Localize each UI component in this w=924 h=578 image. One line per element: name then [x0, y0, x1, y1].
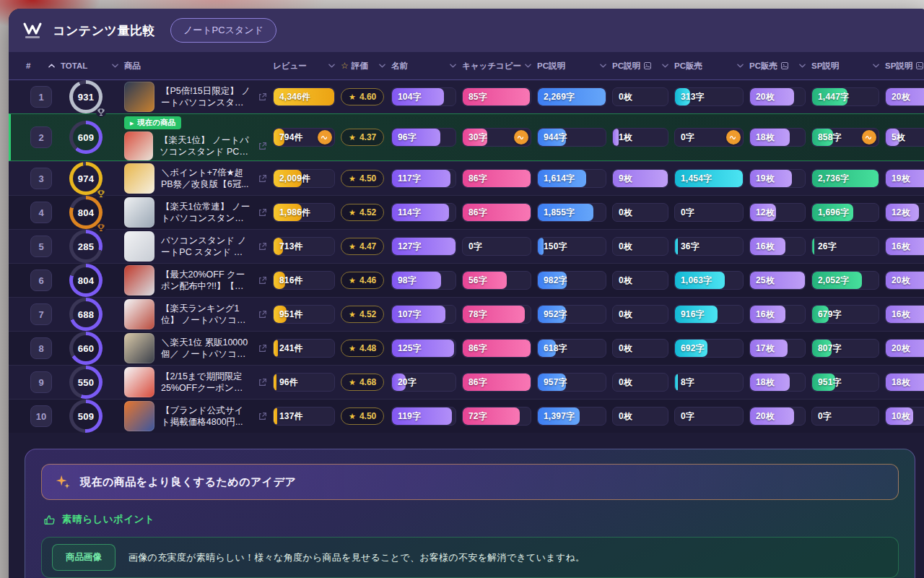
table-row[interactable]: 1931【P5倍!15日限定】 ノートパソコンスタン...4,346件★4.60…	[9, 80, 924, 113]
bar-value: 16枚	[886, 309, 910, 321]
sort-caret-down-icon[interactable]	[662, 64, 668, 68]
sort-caret-down-icon[interactable]	[737, 64, 744, 68]
column-header-pc_sales_img[interactable]: PC販売	[749, 61, 806, 72]
bar-value: 150字	[538, 241, 567, 253]
external-link-icon[interactable]	[258, 208, 267, 217]
sort-caret-down-icon[interactable]	[873, 64, 879, 68]
sort-caret-down-icon[interactable]	[799, 64, 806, 68]
bar-value: 2,269字	[538, 91, 575, 103]
rating-value: 4.37	[359, 132, 376, 142]
table-row[interactable]: 2609▶現在の商品【楽天1位】 ノートパソコンスタンド PCス...794件★…	[9, 113, 924, 161]
total-score-value: 804	[78, 275, 94, 286]
external-link-icon[interactable]	[258, 142, 267, 151]
external-link-icon[interactable]	[258, 276, 267, 285]
external-link-icon[interactable]	[258, 310, 267, 319]
bar-value: 0枚	[613, 410, 632, 423]
table-row[interactable]: 4804【楽天1位常連】 ノートパソコンスタンド パ...1,986件★4.52…	[9, 195, 924, 229]
w-logo-icon	[23, 22, 42, 35]
catch-bar: 86字	[462, 373, 531, 392]
sp_desc-bar: 2,052字	[811, 271, 879, 290]
sort-caret-up-icon[interactable]	[48, 64, 55, 68]
keyword-badge[interactable]: ノートPCスタンド	[170, 18, 276, 43]
column-header-pc_sales[interactable]: PC販売	[674, 61, 744, 72]
star-icon: ★	[349, 208, 356, 217]
product-thumbnail	[124, 401, 154, 431]
column-header-product[interactable]: 商品	[124, 61, 267, 72]
total-score-ring: 285	[69, 230, 103, 263]
total-score-value: 509	[78, 411, 94, 422]
table-row[interactable]: 7688【楽天ランキング1位】 ノートパソコン スタ...951件★4.5210…	[9, 297, 924, 331]
catch-bar: 30字	[462, 128, 531, 147]
bar-value: 0枚	[613, 342, 632, 355]
sp_desc_img-bar: 19枚	[885, 169, 924, 188]
pc_sales_img-bar: 18枚	[749, 373, 806, 392]
name-bar: 107字	[391, 305, 456, 324]
sp_desc_img-bar: 16枚	[885, 237, 924, 256]
sp_desc-bar: 807字	[811, 339, 879, 358]
bar-value: 807字	[812, 342, 842, 355]
column-header-name[interactable]: 名前	[391, 61, 456, 72]
column-header-rating[interactable]: ☆評価	[341, 61, 385, 72]
bar-value: 12枚	[750, 207, 775, 219]
sort-caret-down-icon[interactable]	[525, 64, 531, 68]
rating-value: 4.46	[359, 275, 376, 285]
product-title: 【ブランド公式サイト掲載価格4800円...	[161, 405, 251, 428]
bar-value: 2,009件	[274, 173, 310, 185]
column-header-rank[interactable]: #	[26, 61, 55, 70]
external-link-icon[interactable]	[258, 344, 267, 353]
bar-value: 30字	[463, 131, 487, 144]
bar-value: 86字	[463, 342, 487, 355]
pc_desc-bar: 982字	[537, 271, 606, 290]
product-title: 【楽天1位】 ノートパソコンスタンド PCス...	[160, 134, 251, 158]
external-link-icon[interactable]	[258, 92, 267, 102]
total-score-value: 974	[78, 173, 94, 184]
name-bar: 119字	[391, 407, 456, 426]
bar-value: 25枚	[750, 275, 775, 287]
column-header-review[interactable]: レビュー	[273, 61, 335, 72]
external-link-icon[interactable]	[258, 412, 267, 421]
sort-caret-down-icon[interactable]	[600, 64, 606, 68]
trophy-icon	[96, 107, 106, 117]
column-header-pc_desc[interactable]: PC説明	[537, 61, 606, 72]
product-thumbnail	[124, 131, 153, 160]
brand-logo	[23, 22, 42, 38]
column-header-pc_desc_img[interactable]: PC説明	[612, 61, 668, 72]
bar-value: 0枚	[613, 207, 632, 219]
column-header-sp_desc_img[interactable]: SP説明	[885, 61, 924, 72]
sp_desc-bar: 1,447字	[811, 87, 879, 106]
column-header-sp_desc[interactable]: SP説明	[811, 61, 879, 72]
table-row[interactable]: 3974＼ポイント+7倍★超PB祭／改良版【6冠...2,009件★4.5011…	[9, 161, 924, 195]
pc_desc_img-bar: 0枚	[612, 237, 668, 256]
bar-value: 20字	[392, 376, 417, 389]
bar-value: 1,397字	[538, 410, 575, 423]
bar-value: 56字	[463, 275, 487, 287]
bar-value: 1,696字	[812, 207, 849, 219]
sp_desc-bar: 26字	[811, 237, 879, 256]
sort-caret-down-icon[interactable]	[112, 64, 118, 68]
sort-caret-down-icon[interactable]	[379, 64, 385, 68]
table-row[interactable]: 8660＼楽天1位 累販10000個／ ノートパソコン...241件★4.481…	[9, 331, 924, 365]
column-header-total[interactable]: TOTAL	[61, 61, 118, 70]
table-row[interactable]: 9550【2/15まで期間限定 25%OFFクーポン】 ...96件★4.682…	[9, 365, 924, 399]
bar-value: 78字	[463, 309, 487, 321]
table-row[interactable]: 6804【最大20%OFF クーポン配布中?!!】【楽天1...816件★4.4…	[9, 263, 924, 297]
product-title: 【2/15まで期間限定 25%OFFクーポン】 ...	[161, 371, 251, 394]
bar-value: 982字	[538, 275, 567, 287]
sort-caret-down-icon[interactable]	[328, 64, 335, 68]
catch-bar: 86字	[462, 169, 531, 188]
external-link-icon[interactable]	[258, 242, 267, 251]
column-header-catch[interactable]: キャッチコピー	[462, 61, 531, 72]
page-title: コンテンツ量比較	[53, 22, 155, 39]
external-link-icon[interactable]	[258, 174, 267, 184]
bar-value: 18枚	[750, 376, 775, 389]
play-icon: ▶	[130, 121, 134, 126]
table-row[interactable]: 10509【ブランド公式サイト掲載価格4800円...137件★4.50119字…	[9, 399, 924, 433]
table-row[interactable]: 5285パソコンスタンド ノートPC スタンド タブ...713件★4.4712…	[9, 229, 924, 263]
bar-value: 858字	[812, 131, 842, 144]
top-bar: コンテンツ量比較 ノートPCスタンド	[9, 9, 924, 52]
product-title: 【P5倍!15日限定】 ノートパソコンスタン...	[161, 85, 251, 109]
bar-value: 72字	[463, 410, 487, 423]
external-link-icon[interactable]	[258, 378, 267, 387]
sort-caret-down-icon[interactable]	[450, 64, 456, 68]
bar-value: 10枚	[886, 410, 910, 423]
